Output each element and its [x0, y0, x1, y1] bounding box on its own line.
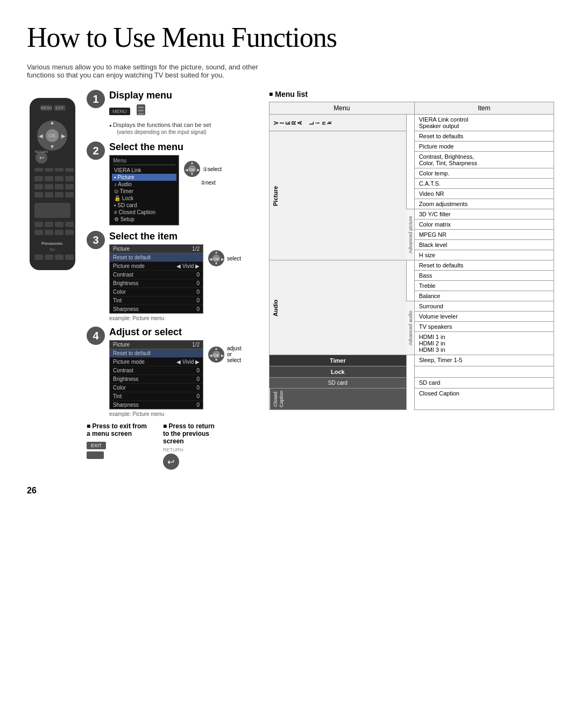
- exit-label: EXIT: [87, 442, 106, 449]
- svg-text:OK: OK: [213, 353, 219, 358]
- svg-rect-29: [55, 192, 63, 197]
- press-return-block: ■ Press to returnto the previousscreen R…: [163, 422, 215, 470]
- svg-text:OK: OK: [48, 133, 55, 138]
- svg-text:Panasonic: Panasonic: [41, 241, 63, 246]
- step-1: 1 Display menu MENU Display: [87, 90, 258, 136]
- advanced-audio-header: Advanced audio: [406, 301, 414, 355]
- picture-menu-screenshot-step4: Picture 1/2 Reset to default Picture mod…: [109, 340, 203, 409]
- svg-rect-44: [55, 255, 63, 260]
- step-3-number: 3: [87, 231, 105, 249]
- step-1-number: 1: [87, 90, 105, 108]
- svg-rect-27: [34, 192, 43, 197]
- svg-rect-39: [65, 230, 74, 235]
- svg-text:▲: ▲: [190, 161, 194, 165]
- audio-reset-row: Audio Reset to defaults: [270, 260, 554, 271]
- svg-rect-15: [34, 168, 43, 172]
- svg-rect-38: [55, 230, 63, 235]
- svg-rect-37: [45, 230, 53, 235]
- sd-card-label: SD card: [270, 378, 407, 388]
- intro-text: Various menus allow you to make settings…: [27, 63, 264, 79]
- menu-label: MENU: [109, 108, 130, 115]
- svg-rect-35: [65, 222, 74, 227]
- svg-text:▲: ▲: [215, 347, 218, 350]
- step4-annotation2: or: [227, 351, 242, 357]
- svg-text:◀: ◀: [39, 133, 43, 139]
- svg-text:OK: OK: [213, 257, 219, 261]
- step-4-title: Adjust or select: [109, 327, 258, 338]
- ok-button-step4: OK ▲ ▼ ◀ ▶: [208, 346, 225, 363]
- svg-rect-18: [65, 168, 74, 172]
- menu-button-icon: [134, 103, 147, 119]
- step-3-title: Select the item: [109, 231, 258, 242]
- svg-text:▼: ▼: [215, 358, 218, 362]
- select-menu-screenshot: Menu VIERA Link ▪ Picture ♪ Audio ⊙ Time…: [109, 155, 179, 225]
- svg-rect-42: [34, 255, 43, 260]
- svg-rect-31: [34, 203, 70, 218]
- step-4-number: 4: [87, 327, 105, 345]
- svg-rect-43: [45, 255, 53, 260]
- sd-card-row: SD card SD card: [270, 378, 554, 388]
- svg-rect-33: [45, 222, 53, 227]
- ok-button-step3: OK ▲ ▼ ◀ ▶: [208, 250, 225, 267]
- svg-rect-19: [34, 176, 43, 181]
- step2-annotation1: ①select: [203, 166, 222, 172]
- svg-text:TV: TV: [49, 248, 55, 252]
- step-4: 4 Adjust or select Picture 1/2 Reset to …: [87, 327, 258, 417]
- svg-text:▼: ▼: [215, 261, 218, 265]
- svg-rect-28: [45, 192, 53, 197]
- svg-rect-25: [55, 184, 63, 189]
- svg-text:▼: ▼: [49, 144, 55, 150]
- item-col-header: Item: [414, 102, 554, 115]
- svg-rect-49: [138, 113, 144, 115]
- viera-link-row: VIERA Link VIERA Link control Speaker ou…: [270, 115, 554, 131]
- svg-text:RETURN: RETURN: [35, 150, 48, 153]
- picture-reset-row: Picture Reset to defaults: [270, 131, 554, 142]
- svg-text:▼: ▼: [190, 172, 194, 176]
- svg-rect-30: [65, 192, 74, 197]
- timer-row: Timer Sleep, Timer 1-5: [270, 355, 554, 366]
- step-1-title: Display menu: [109, 90, 258, 101]
- svg-rect-47: [138, 107, 144, 108]
- page-title: How to Use Menu Functions: [27, 22, 554, 53]
- audio-row-header: Audio: [270, 260, 407, 355]
- advanced-picture-header: Advanced picture: [406, 209, 414, 260]
- svg-text:▲: ▲: [49, 119, 55, 125]
- svg-text:▶: ▶: [61, 133, 66, 139]
- step-2: 2 Select the menu Menu VIERA Link ▪ Pict…: [87, 142, 258, 225]
- step-3: 3 Select the item Picture 1/2 Reset to d…: [87, 231, 258, 321]
- picture-row-header: Picture: [270, 131, 407, 260]
- svg-rect-24: [45, 184, 53, 189]
- step-1-bullet2: (varies depending on the input signal): [117, 129, 258, 135]
- svg-rect-48: [138, 110, 144, 111]
- step-1-bullet1: Displays the functions that can be set: [109, 122, 258, 128]
- picture-menu-screenshot-step3: Picture 1/2 Reset to default Picture mod…: [109, 244, 203, 314]
- timer-label: Timer: [270, 355, 407, 366]
- svg-text:↩: ↩: [39, 154, 44, 161]
- step3-example: example: Picture menu: [109, 315, 258, 321]
- svg-text:OK: OK: [189, 167, 195, 172]
- viera-link-items: VIERA Link control Speaker output: [414, 115, 554, 131]
- closed-caption-row: ClosedCaption Closed Caption: [270, 388, 554, 410]
- lock-label: Lock: [270, 366, 407, 378]
- svg-rect-16: [45, 168, 53, 172]
- step4-annotation3: select: [227, 357, 242, 363]
- step-2-title: Select the menu: [109, 142, 258, 153]
- svg-rect-20: [45, 176, 53, 181]
- menu-list-title: Menu list: [269, 90, 554, 98]
- svg-text:MENU: MENU: [41, 106, 52, 110]
- lock-row: Lock: [270, 366, 554, 378]
- svg-text:EXIT: EXIT: [55, 106, 64, 110]
- svg-rect-23: [34, 184, 43, 189]
- step4-annotation1: adjust: [227, 345, 242, 351]
- remote-control: MENU EXIT OK ▲ ▼ ◀ ▶ ↩ RETURN: [27, 95, 78, 278]
- press-exit-block: ■ Press to exit froma menu screen EXIT: [87, 422, 147, 470]
- svg-rect-45: [65, 255, 74, 260]
- svg-rect-32: [34, 222, 43, 227]
- svg-text:▲: ▲: [215, 250, 218, 254]
- closed-caption-label: ClosedCaption: [270, 388, 407, 410]
- svg-rect-22: [65, 176, 74, 181]
- svg-rect-34: [55, 222, 63, 227]
- menu-list-table: Menu Item VIERA Link VIERA Link control …: [269, 102, 554, 410]
- return-label: RETURN: [163, 447, 215, 453]
- step4-example: example: Picture menu: [109, 411, 258, 417]
